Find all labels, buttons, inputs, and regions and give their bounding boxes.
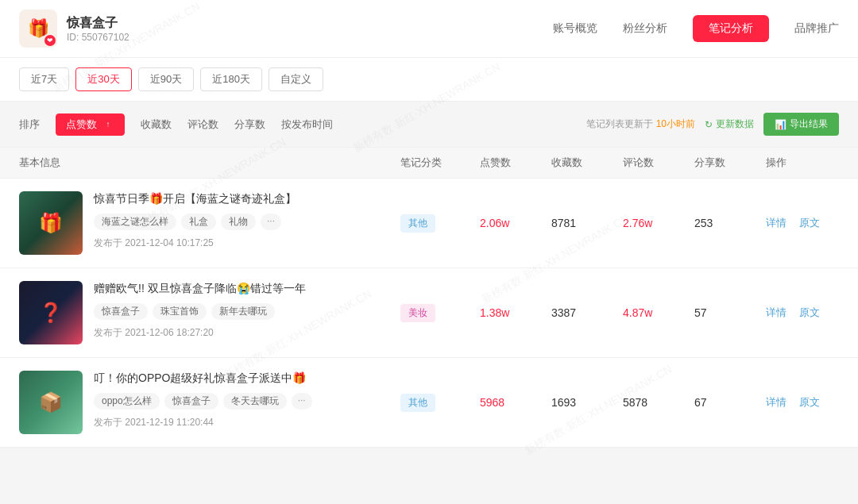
sort-likes-btn[interactable]: 点赞数 ↑	[56, 113, 125, 136]
post-thumb-2: ❓	[19, 281, 83, 344]
post-comments-3: 5878	[623, 396, 694, 409]
post-date-1: 发布于 2021-12-04 10:17:25	[94, 237, 400, 250]
nav-account[interactable]: 账号概览	[553, 21, 597, 36]
toolbar-sort: 排序 点赞数 ↑ 收藏数 评论数 分享数 按发布时间	[19, 113, 333, 136]
table-row: ❓ 赠赠欧气!! 双旦惊喜盒子降临😭错过等一年 惊喜盒子 珠宝首饰 新年去哪玩 …	[0, 268, 858, 358]
tag-more[interactable]: ···	[261, 214, 281, 230]
post-date-2: 发布于 2021-12-06 18:27:20	[94, 326, 400, 340]
post-details-1: 惊喜节日季🎁开启【海蓝之谜奇迹礼盒】 海蓝之谜怎么样 礼盒 礼物 ··· 发布于…	[94, 191, 400, 250]
post-info-3: 📦 叮！你的OPPO超级好礼惊喜盒子派送中🎁 oppo怎么样 惊喜盒子 冬天去哪…	[19, 371, 400, 434]
tag-item[interactable]: 珠宝首饰	[153, 303, 207, 320]
th-shares: 分享数	[694, 156, 766, 170]
post-category-2: 美妆	[400, 304, 480, 322]
sort-label: 排序	[19, 117, 40, 132]
tag-item[interactable]: 新年去哪玩	[211, 303, 275, 320]
date-filter: 近7天 近30天 近90天 近180天 自定义	[0, 58, 858, 102]
th-comments: 评论数	[623, 156, 694, 170]
header-nav: 账号概览 粉丝分析 笔记分析 品牌推广	[553, 15, 839, 42]
th-category: 笔记分类	[400, 156, 480, 170]
post-favorites-3: 1693	[551, 396, 623, 409]
original-link-1[interactable]: 原文	[799, 216, 820, 230]
date-30days[interactable]: 近30天	[75, 67, 131, 91]
post-thumb-1: 🎁	[19, 191, 83, 255]
nav-fans[interactable]: 粉丝分析	[623, 21, 667, 36]
sort-badge: ↑	[102, 118, 114, 131]
original-link-2[interactable]: 原文	[799, 306, 820, 320]
category-badge-2: 美妆	[400, 304, 435, 322]
post-actions-2: 详情 原文	[766, 306, 858, 320]
post-comments-1: 2.76w	[623, 217, 694, 229]
brand-info: 惊喜盒子 ID: 550767102	[67, 15, 129, 43]
post-title-1: 惊喜节日季🎁开启【海蓝之谜奇迹礼盒】	[94, 191, 400, 207]
nav-notes-btn[interactable]: 笔记分析	[693, 15, 769, 42]
export-btn[interactable]: 📊 导出结果	[763, 113, 839, 136]
brand-name: 惊喜盒子	[67, 15, 129, 32]
date-180days[interactable]: 近180天	[200, 67, 262, 91]
toolbar-actions: 笔记列表更新于 10小时前 ↻ 更新数据 📊 导出结果	[586, 113, 839, 136]
sort-favorites[interactable]: 收藏数	[141, 117, 172, 132]
post-actions-3: 详情 原文	[766, 395, 858, 410]
category-badge-1: 其他	[400, 214, 435, 233]
post-shares-3: 67	[694, 396, 766, 409]
date-custom[interactable]: 自定义	[269, 67, 323, 91]
brand-id: ID: 550767102	[67, 32, 129, 43]
post-details-3: 叮！你的OPPO超级好礼惊喜盒子派送中🎁 oppo怎么样 惊喜盒子 冬天去哪玩 …	[94, 371, 400, 429]
post-info-2: ❓ 赠赠欧气!! 双旦惊喜盒子降临😭错过等一年 惊喜盒子 珠宝首饰 新年去哪玩 …	[19, 281, 400, 344]
post-tags-3: oppo怎么样 惊喜盒子 冬天去哪玩 ···	[94, 393, 400, 410]
export-label: 导出结果	[790, 117, 828, 131]
detail-link-3[interactable]: 详情	[766, 395, 786, 410]
tag-item[interactable]: 礼物	[221, 214, 256, 230]
brand-logo: 🎁 ❤	[19, 10, 57, 48]
post-details-2: 赠赠欧气!! 双旦惊喜盒子降临😭错过等一年 惊喜盒子 珠宝首饰 新年去哪玩 发布…	[94, 281, 400, 340]
date-7days[interactable]: 近7天	[19, 67, 69, 91]
post-likes-1: 2.06w	[480, 217, 551, 229]
excel-icon: 📊	[775, 119, 786, 130]
update-info: 笔记列表更新于 10小时前	[586, 117, 695, 131]
post-shares-2: 57	[694, 306, 766, 319]
sort-likes-label: 点赞数	[66, 117, 97, 132]
th-favorites: 收藏数	[551, 156, 623, 170]
table-header: 基本信息 笔记分类 点赞数 收藏数 评论数 分享数 操作	[0, 148, 858, 179]
post-tags-1: 海蓝之谜怎么样 礼盒 礼物 ···	[94, 214, 400, 230]
th-info: 基本信息	[19, 156, 400, 170]
tag-item[interactable]: oppo怎么样	[94, 393, 160, 410]
post-info-1: 🎁 惊喜节日季🎁开启【海蓝之谜奇迹礼盒】 海蓝之谜怎么样 礼盒 礼物 ··· 发…	[19, 191, 400, 255]
th-likes: 点赞数	[480, 156, 551, 170]
tag-item[interactable]: 礼盒	[181, 214, 216, 230]
post-likes-2: 1.38w	[480, 306, 551, 319]
detail-link-2[interactable]: 详情	[766, 306, 786, 320]
tag-more[interactable]: ···	[292, 393, 312, 410]
detail-link-1[interactable]: 详情	[766, 216, 786, 230]
toolbar: 排序 点赞数 ↑ 收藏数 评论数 分享数 按发布时间 笔记列表更新于 10小时前…	[0, 102, 858, 148]
refresh-btn[interactable]: ↻ 更新数据	[705, 117, 754, 131]
sort-comments[interactable]: 评论数	[187, 117, 218, 132]
post-thumb-3: 📦	[19, 371, 83, 434]
tag-item[interactable]: 惊喜盒子	[94, 303, 148, 320]
tag-item[interactable]: 海蓝之谜怎么样	[94, 214, 176, 230]
post-actions-1: 详情 原文	[766, 216, 858, 230]
original-link-3[interactable]: 原文	[799, 395, 820, 410]
sort-shares[interactable]: 分享数	[234, 117, 265, 132]
brand-section: 🎁 ❤ 惊喜盒子 ID: 550767102	[19, 10, 129, 48]
category-badge-3: 其他	[400, 394, 435, 412]
date-90days[interactable]: 近90天	[138, 67, 194, 91]
post-favorites-1: 8781	[551, 217, 623, 229]
refresh-label: 更新数据	[716, 117, 754, 131]
th-actions: 操作	[766, 156, 858, 170]
post-category-1: 其他	[400, 214, 480, 233]
table-row: 📦 叮！你的OPPO超级好礼惊喜盒子派送中🎁 oppo怎么样 惊喜盒子 冬天去哪…	[0, 358, 858, 448]
tag-item[interactable]: 冬天去哪玩	[223, 393, 287, 410]
post-title-3: 叮！你的OPPO超级好礼惊喜盒子派送中🎁	[94, 371, 400, 387]
post-likes-3: 5968	[480, 396, 551, 409]
post-tags-2: 惊喜盒子 珠宝首饰 新年去哪玩	[94, 303, 400, 320]
post-shares-1: 253	[694, 217, 766, 229]
refresh-icon: ↻	[705, 119, 713, 130]
post-date-3: 发布于 2021-12-19 11:20:44	[94, 416, 400, 429]
nav-brand[interactable]: 品牌推广	[794, 21, 839, 36]
tag-item[interactable]: 惊喜盒子	[164, 393, 218, 410]
header: 🎁 ❤ 惊喜盒子 ID: 550767102 账号概览 粉丝分析 笔记分析 品牌…	[0, 0, 858, 58]
post-title-2: 赠赠欧气!! 双旦惊喜盒子降临😭错过等一年	[94, 281, 400, 297]
logo-badge: ❤	[44, 35, 56, 46]
sort-date[interactable]: 按发布时间	[281, 117, 333, 132]
update-text: 笔记列表更新于	[586, 118, 653, 129]
